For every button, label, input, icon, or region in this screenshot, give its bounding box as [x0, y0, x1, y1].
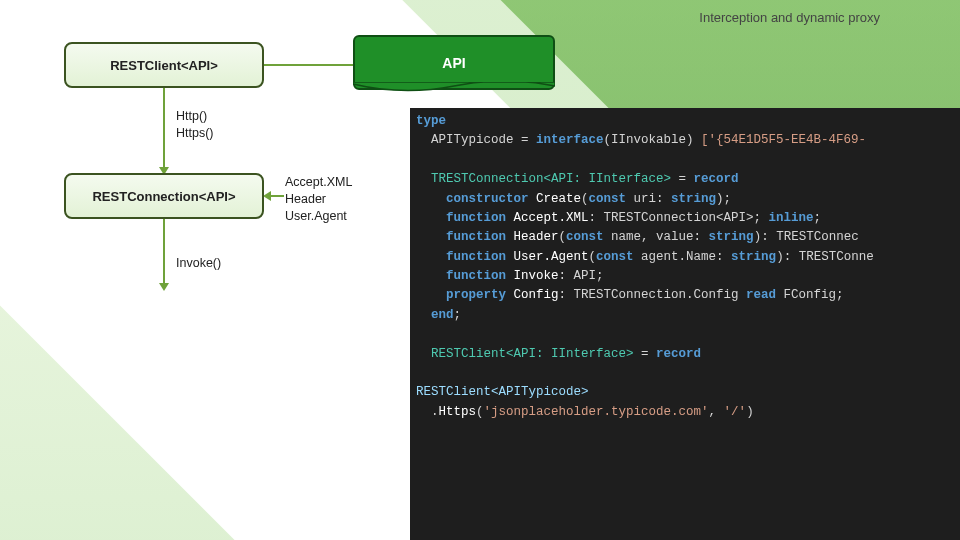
connector — [163, 88, 165, 173]
accept-label: Accept.XML Header User.Agent — [285, 174, 352, 225]
connector — [264, 64, 353, 66]
invoke-label: Invoke() — [176, 255, 221, 272]
connector — [270, 195, 284, 197]
slide-title: Interception and dynamic proxy — [699, 10, 880, 25]
code-panel: type APITypicode = interface(IInvokable)… — [410, 108, 960, 540]
restconnection-box: RESTConnection<API> — [64, 173, 264, 219]
restclient-box: RESTClient<API> — [64, 42, 264, 88]
bg-decoration — [0, 305, 255, 540]
connector — [163, 219, 165, 289]
arrow-down-icon — [159, 283, 169, 291]
http-label: Http() Https() — [176, 108, 214, 142]
api-wave-icon — [353, 82, 555, 92]
arrow-left-icon — [263, 191, 271, 201]
